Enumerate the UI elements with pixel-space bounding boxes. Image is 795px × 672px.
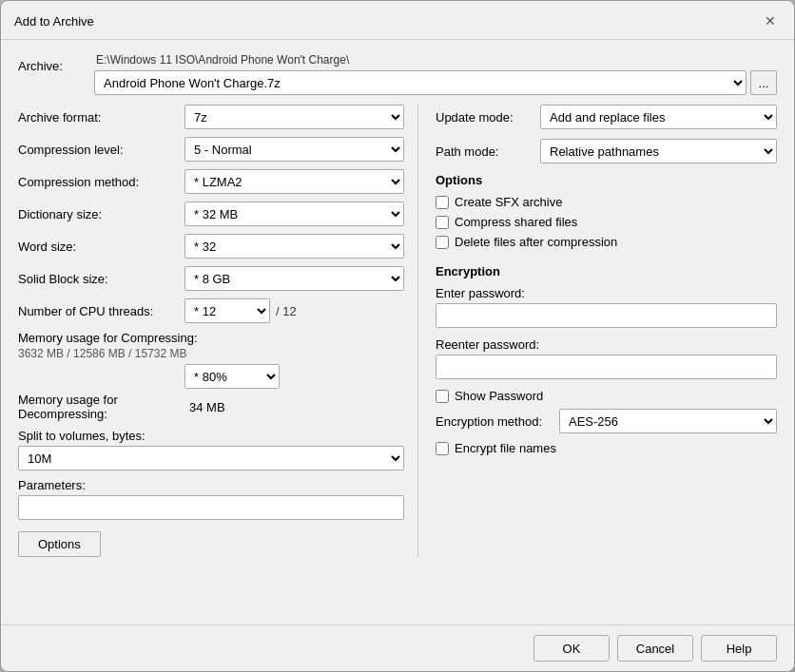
encryption-method-select[interactable]: AES-256: [559, 409, 777, 433]
archive-format-select[interactable]: 7z: [184, 105, 404, 129]
delete-files-checkbox[interactable]: [436, 236, 449, 249]
compress-shared-label: Compress shared files: [455, 215, 577, 229]
cpu-threads-suffix: / 12: [276, 304, 297, 318]
update-mode-select[interactable]: Add and replace files: [540, 105, 777, 129]
encryption-section: Encryption Enter password: Reenter passw…: [436, 264, 777, 455]
params-input[interactable]: [18, 495, 404, 520]
archive-path: E:\Windows 11 ISO\Android Phone Won't Ch…: [94, 53, 777, 67]
reenter-password-label: Reenter password:: [436, 337, 777, 352]
params-label: Parameters:: [18, 478, 404, 492]
add-to-archive-dialog: Add to Archive ✕ Archive: E:\Windows 11 …: [0, 0, 795, 672]
cpu-threads-label: Number of CPU threads:: [18, 304, 184, 318]
dialog-footer: OK Cancel Help: [1, 624, 794, 671]
split-label: Split to volumes, bytes:: [18, 429, 404, 443]
browse-button[interactable]: ...: [750, 70, 777, 95]
reenter-password-input[interactable]: [436, 355, 777, 379]
create-sfx-row: Create SFX archive: [436, 195, 777, 209]
word-size-select[interactable]: * 32: [184, 234, 404, 259]
options-button[interactable]: Options: [18, 531, 101, 557]
options-section: Options Create SFX archive Compress shar…: [436, 173, 777, 249]
split-select[interactable]: 10M: [18, 446, 404, 470]
show-password-checkbox[interactable]: [436, 390, 449, 403]
memory-compress-label: Memory usage for Compressing:: [18, 331, 404, 345]
encryption-title: Encryption: [436, 264, 777, 278]
delete-files-label: Delete files after compression: [455, 235, 617, 249]
create-sfx-label: Create SFX archive: [455, 195, 562, 209]
solid-block-row: Solid Block size: * 8 GB: [18, 266, 404, 291]
memory-decomp-value: 34 MB: [184, 400, 225, 414]
archive-format-row: Archive format: 7z: [18, 105, 404, 129]
encryption-method-row: Encryption method: AES-256: [436, 409, 777, 433]
show-password-row: Show Password: [436, 389, 777, 403]
memory-decomp-label: Memory usage for Decompressing:: [18, 393, 184, 421]
show-password-label: Show Password: [455, 389, 543, 403]
archive-path-row: Android Phone Won't Charge.7z ...: [94, 70, 777, 95]
word-size-label: Word size:: [18, 240, 184, 254]
path-mode-row: Path mode: Relative pathnames: [436, 139, 777, 163]
dictionary-size-label: Dictionary size:: [18, 207, 184, 221]
left-panel: Archive format: 7z Compression level: 5 …: [18, 105, 417, 557]
memory-decomp-row: Memory usage for Decompressing: 34 MB: [18, 393, 404, 421]
compression-method-label: Compression method:: [18, 175, 184, 189]
dialog-title: Add to Archive: [14, 14, 94, 29]
cpu-threads-select[interactable]: * 12: [184, 298, 270, 323]
ok-button[interactable]: OK: [533, 635, 610, 662]
split-row: Split to volumes, bytes: 10M: [18, 429, 404, 470]
path-mode-label: Path mode:: [436, 144, 540, 159]
memory-compress-select[interactable]: * 80%: [184, 364, 280, 389]
update-mode-label: Update mode:: [436, 110, 540, 125]
archive-format-label: Archive format:: [18, 110, 184, 125]
encrypt-names-label: Encrypt file names: [455, 441, 556, 455]
archive-name-select[interactable]: Android Phone Won't Charge.7z: [94, 70, 747, 95]
close-button[interactable]: ✕: [760, 10, 781, 31]
path-mode-select[interactable]: Relative pathnames: [540, 139, 777, 163]
params-section: Parameters:: [18, 478, 404, 520]
dictionary-size-select[interactable]: * 32 MB: [184, 202, 404, 226]
word-size-row: Word size: * 32: [18, 234, 404, 259]
compression-level-row: Compression level: 5 - Normal: [18, 137, 404, 162]
update-mode-row: Update mode: Add and replace files: [436, 105, 777, 129]
right-panel: Update mode: Add and replace files Path …: [417, 105, 777, 557]
solid-block-label: Solid Block size:: [18, 272, 184, 286]
enter-password-input[interactable]: [436, 303, 777, 328]
compression-method-select[interactable]: * LZMA2: [184, 169, 404, 194]
encrypt-names-row: Encrypt file names: [436, 441, 777, 455]
help-button[interactable]: Help: [701, 635, 777, 662]
enter-password-label: Enter password:: [436, 286, 777, 300]
compression-method-row: Compression method: * LZMA2: [18, 169, 404, 194]
main-content: Archive format: 7z Compression level: 5 …: [18, 105, 777, 557]
encrypt-names-checkbox[interactable]: [436, 442, 449, 455]
memory-compress-select-row: * 80%: [18, 364, 404, 389]
cancel-button[interactable]: Cancel: [617, 635, 693, 662]
title-bar: Add to Archive ✕: [1, 1, 794, 40]
compression-level-select[interactable]: 5 - Normal: [184, 137, 404, 162]
delete-files-row: Delete files after compression: [436, 235, 777, 249]
memory-compress-row: Memory usage for Compressing: 3632 MB / …: [18, 331, 404, 389]
archive-label: Archive:: [18, 53, 94, 73]
dictionary-size-row: Dictionary size: * 32 MB: [18, 202, 404, 226]
cpu-threads-row: Number of CPU threads: * 12 / 12: [18, 298, 404, 323]
encryption-method-label: Encryption method:: [436, 414, 559, 429]
solid-block-select[interactable]: * 8 GB: [184, 266, 404, 291]
archive-row: Archive: E:\Windows 11 ISO\Android Phone…: [18, 53, 777, 95]
compress-shared-checkbox[interactable]: [436, 216, 449, 229]
memory-compress-sub: 3632 MB / 12586 MB / 15732 MB: [18, 347, 404, 360]
archive-inputs: E:\Windows 11 ISO\Android Phone Won't Ch…: [94, 53, 777, 95]
compression-level-label: Compression level:: [18, 143, 184, 157]
options-section-title: Options: [436, 173, 777, 187]
dialog-body: Archive: E:\Windows 11 ISO\Android Phone…: [1, 40, 794, 624]
create-sfx-checkbox[interactable]: [436, 196, 449, 209]
compress-shared-row: Compress shared files: [436, 215, 777, 229]
